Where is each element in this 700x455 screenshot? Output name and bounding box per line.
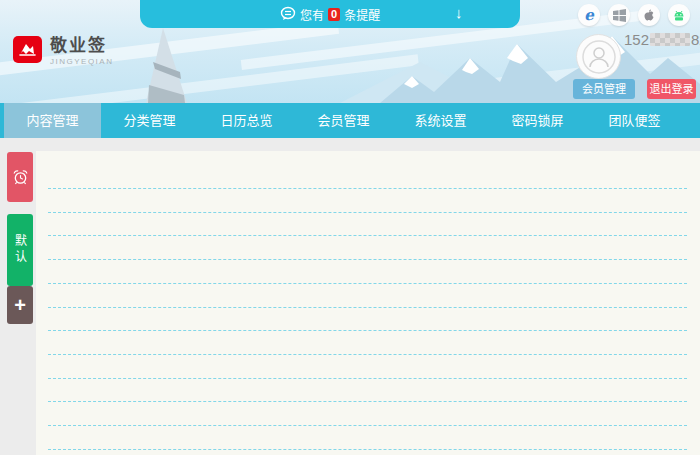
avatar[interactable] [576, 34, 621, 79]
app-subtitle: JINGYEQIAN [50, 57, 113, 66]
tab-calendar-overview[interactable]: 日历总览 [198, 103, 295, 138]
notification-count-badge: 0 [328, 8, 340, 21]
logo-icon [13, 36, 42, 63]
note-ruled-line [48, 425, 687, 426]
note-ruled-line [48, 307, 687, 308]
note-ruled-line [48, 235, 687, 236]
platform-links: e [578, 4, 690, 26]
alarm-clock-icon [12, 169, 29, 186]
app-logo: 敬业签 JINGYEQIAN [13, 36, 113, 66]
tab-password-lock[interactable]: 密码锁屏 [489, 103, 586, 138]
note-ruled-line [48, 283, 687, 284]
note-ruled-line [48, 401, 687, 402]
category-default-button[interactable]: 默认 [7, 214, 33, 286]
tab-category-manage[interactable]: 分类管理 [101, 103, 198, 138]
windows-icon[interactable] [608, 4, 630, 26]
collapse-arrow-icon[interactable]: ↓ [455, 4, 463, 21]
note-ruled-line [48, 449, 687, 450]
ie-icon[interactable]: e [578, 4, 600, 26]
account-phone: 152 82 [624, 31, 700, 48]
tab-member-manage[interactable]: 会员管理 [295, 103, 392, 138]
note-ruled-line [48, 378, 687, 379]
tab-content-manage[interactable]: 内容管理 [4, 103, 101, 138]
note-ruled-line [48, 259, 687, 260]
main-nav: 内容管理 分类管理 日历总览 会员管理 系统设置 密码锁屏 团队便签 [0, 103, 700, 138]
note-ruled-line [48, 354, 687, 355]
logout-button[interactable]: 退出登录 [647, 79, 696, 99]
add-category-button[interactable]: + [7, 286, 33, 324]
note-list-area [36, 151, 700, 455]
tab-team-notes[interactable]: 团队便签 [586, 103, 683, 138]
tab-system-settings[interactable]: 系统设置 [392, 103, 489, 138]
notification-banner[interactable]: 您有 0 条提醒 ↓ [140, 0, 520, 28]
note-ruled-line [48, 188, 687, 189]
note-ruled-line [48, 330, 687, 331]
android-icon[interactable] [668, 4, 690, 26]
note-ruled-line [48, 212, 687, 213]
phone-mosaic-blur [650, 33, 690, 46]
member-manage-button[interactable]: 会员管理 [573, 79, 635, 99]
workspace: 默认 + [0, 138, 700, 455]
message-bubble-icon [280, 6, 296, 25]
apple-icon[interactable] [638, 4, 660, 26]
app-title: 敬业签 [50, 36, 113, 55]
header: 敬业签 JINGYEQIAN 您有 0 条提醒 ↓ e [0, 0, 700, 103]
reminder-button[interactable] [7, 152, 33, 202]
notification-text: 您有 0 条提醒 [300, 6, 380, 23]
